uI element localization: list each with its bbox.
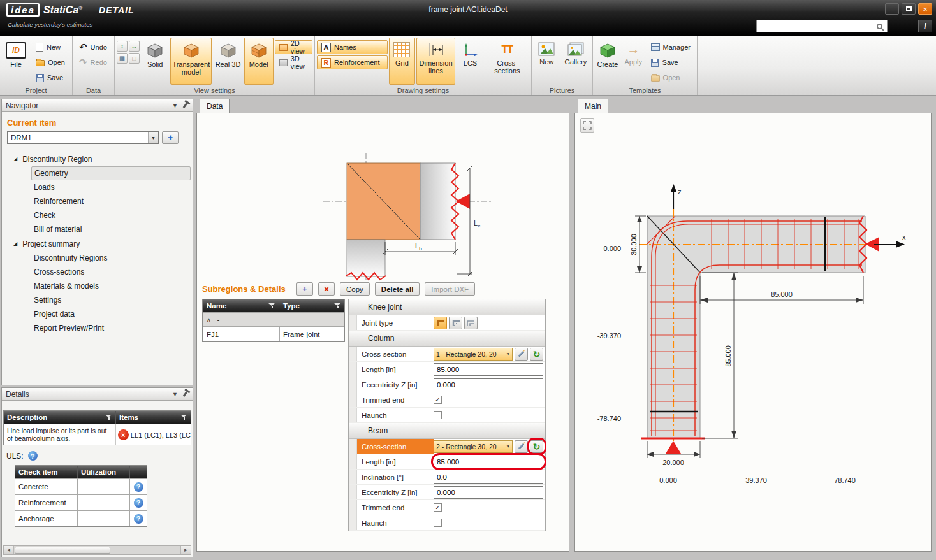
sidebar-item-project-data[interactable]: Project data — [2, 307, 193, 321]
column-header-name[interactable]: Name — [203, 299, 279, 312]
sidebar-item-materials-models[interactable]: Materials & models — [2, 279, 193, 293]
current-item-select[interactable]: DRM1 ▼ — [7, 131, 159, 144]
sidebar-item-loads[interactable]: Loads — [2, 180, 193, 194]
reinforcement-button[interactable]: RReinforcement — [317, 55, 388, 69]
joint-type-option-2-button[interactable] — [449, 317, 462, 329]
filter-icon[interactable] — [105, 414, 112, 420]
model-button[interactable]: Model — [244, 38, 274, 85]
grid-button[interactable]: Grid — [389, 38, 415, 85]
view-tool-grid-icon[interactable]: ▦ — [117, 53, 128, 64]
real-3d-button[interactable]: Real 3D — [213, 38, 242, 85]
refresh-column-cross-section-button[interactable]: ↻ — [530, 348, 543, 361]
new-button[interactable]: New — [31, 40, 69, 54]
scrollbar-thumb[interactable] — [15, 547, 110, 554]
gallery-button[interactable]: Gallery — [561, 38, 590, 85]
redo-button[interactable]: ↷Redo — [75, 55, 112, 69]
help-icon[interactable]: ? — [134, 482, 143, 492]
filter-icon[interactable] — [180, 414, 187, 420]
check-row-reinforcement[interactable]: Reinforcement ? — [15, 494, 147, 510]
column-header-items[interactable]: Items — [116, 411, 191, 424]
file-button[interactable]: ID File — [2, 38, 30, 85]
save-button[interactable]: Save — [31, 71, 69, 85]
table-row-fj1[interactable]: FJ1 Frame joint — [203, 326, 344, 341]
sidebar-item-reinforcement[interactable]: Reinforcement — [2, 194, 193, 208]
sidebar-item-cross-sections[interactable]: Cross-sections — [2, 265, 193, 279]
pin-icon[interactable] — [183, 391, 188, 397]
column-length-input[interactable] — [434, 363, 543, 376]
beam-eccentricity-input[interactable] — [434, 486, 543, 499]
filter-icon[interactable] — [334, 303, 341, 309]
search-input[interactable] — [757, 21, 877, 31]
help-icon[interactable]: ? — [28, 451, 38, 461]
collapse-icon[interactable]: ∧ — [203, 317, 211, 323]
delete-subregion-button[interactable]: × — [318, 282, 335, 296]
warning-row[interactable]: Line load impulse or its part is out of … — [4, 424, 191, 445]
tree-group-discontinuity-region[interactable]: ◢ Discontinuity Region — [2, 152, 193, 166]
sidebar-item-settings[interactable]: Settings — [2, 293, 193, 307]
refresh-beam-cross-section-button[interactable]: ↻ — [530, 440, 543, 453]
template-save-button[interactable]: Save — [647, 55, 695, 69]
beam-inclination-input[interactable] — [434, 471, 543, 484]
undo-button[interactable]: ↶Undo — [75, 40, 112, 54]
add-subregion-button[interactable]: + — [296, 282, 313, 296]
add-item-button[interactable]: + — [162, 131, 179, 144]
column-header-utilization[interactable]: Utilization — [78, 466, 130, 478]
copy-button[interactable]: Copy — [340, 282, 370, 296]
lcs-button[interactable]: LCS — [457, 38, 483, 85]
check-row-concrete[interactable]: Concrete ? — [15, 478, 147, 494]
picture-new-button[interactable]: New — [534, 38, 560, 85]
collapse-chevron-icon[interactable]: ▼ — [172, 103, 178, 109]
sidebar-item-check[interactable]: Check — [2, 208, 193, 222]
beam-length-input[interactable] — [434, 456, 543, 468]
template-apply-button[interactable]: → Apply — [622, 38, 645, 85]
horizontal-scrollbar[interactable]: ◄ ► — [3, 545, 191, 555]
column-trimmed-end-checkbox[interactable]: ✓ — [434, 396, 442, 404]
tab-main[interactable]: Main — [578, 99, 608, 113]
template-manager-button[interactable]: Manager — [647, 40, 695, 54]
column-eccentricity-input[interactable] — [434, 378, 543, 391]
filter-icon[interactable] — [268, 303, 275, 309]
view-tool-fit-horizontal-icon[interactable]: ↔ — [129, 41, 140, 52]
column-header-check-item[interactable]: Check item — [15, 466, 78, 478]
column-header-description[interactable]: Description — [4, 411, 116, 424]
sidebar-item-bill-of-material[interactable]: Bill of material — [2, 222, 193, 236]
help-icon[interactable]: ? — [134, 514, 143, 524]
beam-cross-section-select[interactable]: 2 - Rectangle 30, 20▼ — [434, 440, 513, 453]
open-button[interactable]: Open — [31, 55, 69, 69]
solid-button[interactable]: Solid — [141, 38, 169, 85]
scroll-left-icon[interactable]: ◄ — [4, 546, 14, 554]
scroll-right-icon[interactable]: ► — [180, 546, 191, 554]
view-2d-button[interactable]: 2D view — [275, 40, 312, 54]
column-haunch-checkbox[interactable] — [434, 411, 442, 419]
cross-sections-button[interactable]: TT Cross-sections — [485, 38, 529, 85]
import-dxf-button[interactable]: Import DXF — [425, 282, 475, 296]
view-tool-fit-vertical-icon[interactable]: ↕ — [117, 41, 128, 52]
tab-data[interactable]: Data — [200, 99, 230, 113]
search-box[interactable] — [756, 20, 888, 32]
names-button[interactable]: ANames — [317, 40, 388, 54]
transparent-model-button[interactable]: Transparent model — [170, 38, 212, 85]
delete-all-button[interactable]: Delete all — [375, 282, 420, 296]
sidebar-item-geometry[interactable]: Geometry — [31, 166, 191, 180]
close-button[interactable]: × — [918, 3, 932, 15]
joint-type-option-1-button[interactable] — [434, 317, 447, 329]
sidebar-item-discontinuity-regions[interactable]: Discontinuity Regions — [2, 251, 193, 265]
info-button[interactable]: i — [918, 20, 932, 32]
joint-type-option-3-button[interactable] — [464, 317, 478, 329]
collapse-chevron-icon[interactable]: ▼ — [172, 391, 178, 398]
sidebar-item-report-preview[interactable]: Report Preview/Print — [2, 321, 193, 335]
pin-icon[interactable] — [183, 103, 188, 108]
tree-group-project-summary[interactable]: ◢ Project summary — [2, 236, 193, 251]
view-tool-box-icon[interactable]: □ — [129, 53, 140, 64]
minimize-button[interactable]: – — [885, 3, 899, 15]
column-cross-section-select[interactable]: 1 - Rectangle 20, 20▼ — [434, 348, 513, 361]
template-open-button[interactable]: Open — [647, 71, 695, 85]
maximize-button[interactable] — [902, 3, 916, 15]
data-canvas[interactable]: Lb Lc Subregions & Details + × Copy Dele… — [196, 113, 569, 552]
beam-haunch-checkbox[interactable] — [434, 519, 442, 527]
edit-beam-cross-section-button[interactable] — [515, 440, 528, 453]
edit-column-cross-section-button[interactable] — [515, 348, 528, 361]
template-create-button[interactable]: Create — [595, 38, 620, 85]
dimension-lines-button[interactable]: Dimension lines — [416, 38, 456, 85]
view-3d-button[interactable]: 3D view — [275, 55, 312, 69]
